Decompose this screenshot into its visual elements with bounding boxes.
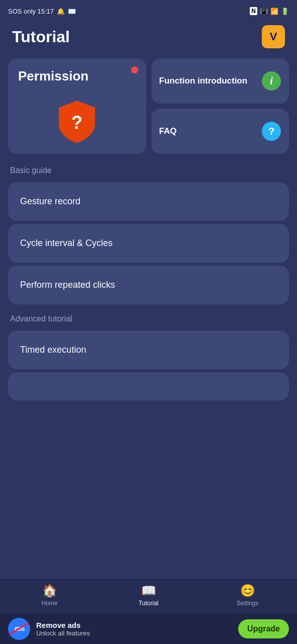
page-title: Tutorial <box>12 28 70 46</box>
timed-execution-item[interactable]: Timed execution <box>8 331 289 369</box>
ads-icon: ADS <box>8 618 30 640</box>
vibrate-icon: 📳 <box>260 8 268 15</box>
ad-banner: ADS Remove ads Unlock all features Upgra… <box>0 614 297 644</box>
bell-icon: 🔔 <box>57 8 65 15</box>
shield-icon: ? <box>57 99 97 144</box>
svg-text:?: ? <box>71 112 82 133</box>
next-advanced-item[interactable] <box>8 372 289 400</box>
top-cards-grid: Permission ? Function introduction i FAQ… <box>0 58 297 159</box>
info-icon: i <box>270 75 273 87</box>
nav-tutorial[interactable]: 📖 Tutorial <box>99 584 198 607</box>
main-content: Permission ? Function introduction i FAQ… <box>0 58 297 469</box>
repeated-clicks-item[interactable]: Perform repeated clicks <box>8 266 289 304</box>
nav-settings[interactable]: 😊 Settings <box>198 584 297 607</box>
permission-card-title: Permission <box>18 68 88 84</box>
nav-tutorial-label: Tutorial <box>139 600 159 607</box>
nav-home-label: Home <box>41 600 57 607</box>
status-text: SOS only 15:17 <box>8 8 54 15</box>
faq-card[interactable]: FAQ ? <box>151 109 289 154</box>
mail-icon: ✉️ <box>68 8 76 15</box>
nfc-icon: N <box>250 7 257 15</box>
wifi-icon: 📶 <box>270 8 278 15</box>
ad-secondary-text: Unlock all features <box>36 629 232 637</box>
upgrade-button[interactable]: Upgrade <box>238 619 289 638</box>
ad-text-block: Remove ads Unlock all features <box>36 621 232 637</box>
permission-dot <box>131 66 138 73</box>
status-left: SOS only 15:17 🔔 ✉️ <box>8 8 76 15</box>
header: Tutorial V <box>0 20 297 58</box>
ad-primary-text: Remove ads <box>36 621 232 629</box>
nav-home[interactable]: 🏠 Home <box>0 584 99 607</box>
faq-icon-circle: ? <box>262 122 281 141</box>
status-bar: SOS only 15:17 🔔 ✉️ N 📳 📶 🔋 <box>0 0 297 20</box>
tutorial-icon: 📖 <box>141 584 156 598</box>
info-icon-circle: i <box>262 71 281 91</box>
gesture-record-item[interactable]: Gesture record <box>8 182 289 221</box>
basic-guide-section-label: Basic guide <box>0 159 297 179</box>
app-logo: V <box>262 25 285 48</box>
permission-card[interactable]: Permission ? <box>8 58 146 154</box>
function-intro-card[interactable]: Function introduction i <box>151 58 289 104</box>
settings-icon: 😊 <box>240 584 255 598</box>
question-icon: ? <box>268 126 274 137</box>
status-right: N 📳 📶 🔋 <box>250 7 289 15</box>
home-icon: 🏠 <box>42 584 57 598</box>
faq-label: FAQ <box>159 126 262 136</box>
advanced-tutorial-section-label: Advanced tutorial <box>0 307 297 328</box>
ads-strikethrough <box>8 620 30 637</box>
nav-settings-label: Settings <box>237 600 258 607</box>
function-intro-label: Function introduction <box>159 76 262 86</box>
bottom-nav: 🏠 Home 📖 Tutorial 😊 Settings <box>0 578 297 614</box>
battery-icon: 🔋 <box>281 8 289 15</box>
cycle-interval-item[interactable]: Cycle interval & Cycles <box>8 224 289 263</box>
